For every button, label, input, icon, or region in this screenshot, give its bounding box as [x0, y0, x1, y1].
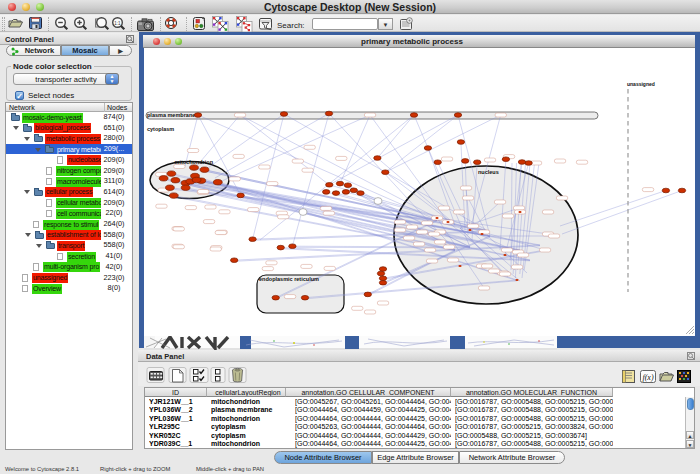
- svg-text:f(x): f(x): [642, 373, 653, 382]
- svg-text:1:1: 1:1: [114, 21, 121, 26]
- svg-text:cytoplasm: cytoplasm: [147, 126, 174, 132]
- svg-text:nucleus: nucleus: [478, 169, 499, 175]
- svg-text:endoplasmic reticulum: endoplasmic reticulum: [259, 276, 319, 282]
- svg-text:mitochondrion: mitochondrion: [175, 159, 214, 165]
- svg-text:unassigned: unassigned: [627, 81, 655, 87]
- svg-text:plasma membrane: plasma membrane: [147, 112, 195, 118]
